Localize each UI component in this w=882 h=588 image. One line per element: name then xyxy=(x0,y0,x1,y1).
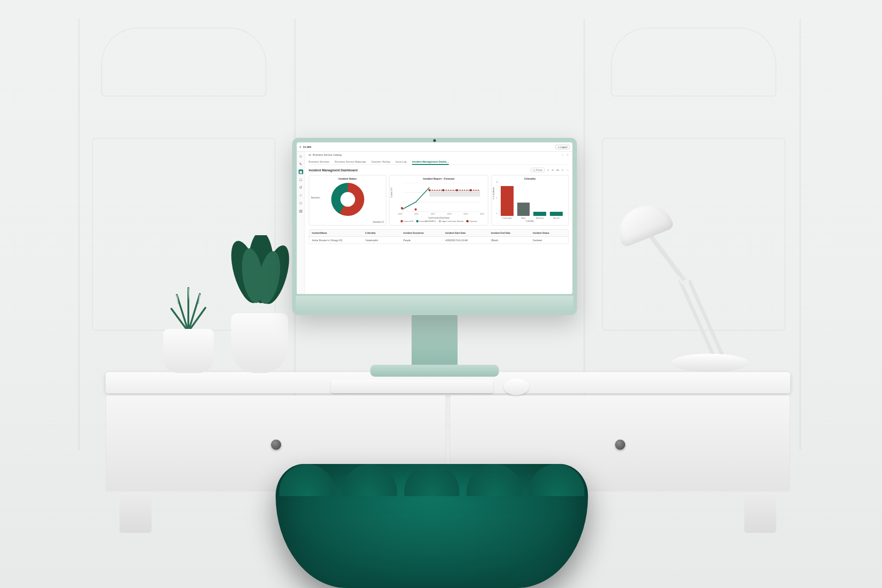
incidents-table: IncidentName Criticality Incident Scenar… xyxy=(309,229,569,244)
tabs: Business Services Business Service Mappi… xyxy=(309,159,569,165)
pencil-icon[interactable]: ✎ xyxy=(299,162,303,166)
donut-label-resolved: Resolved … xyxy=(311,197,322,199)
logout-label: Logout xyxy=(560,146,567,148)
svg-line-6 xyxy=(680,280,717,363)
svg-point-20 xyxy=(456,189,458,191)
avatar-icon[interactable]: ☺ xyxy=(299,154,303,158)
chair xyxy=(276,464,588,588)
col-start-date[interactable]: Incident Start Date xyxy=(442,230,488,236)
new-tab-icon[interactable]: ⎘ xyxy=(548,169,549,171)
x-axis-label: Criticality xyxy=(494,220,565,222)
monitor: ≡ CL360 ↪ Logout ☺ ✎ ▣ ☖ ↺ ☆ ♲ ▤ xyxy=(292,138,577,377)
tab-incident-dashboard[interactable]: Incident Management Dashb… xyxy=(412,159,449,164)
app-header: ≡ CL360 ↪ Logout xyxy=(297,142,572,152)
logout-icon: ↪ xyxy=(558,146,560,148)
breadcrumb-folder-icon: 🗀 xyxy=(309,153,311,156)
svg-marker-15 xyxy=(430,190,480,197)
card-criticality: Criticality # of Incidents 1050 Catastro… xyxy=(491,175,569,226)
tab-scenario-testing[interactable]: Scenario Testing xyxy=(372,159,390,164)
left-rail: ☺ ✎ ▣ ☖ ↺ ☆ ♲ ▤ xyxy=(297,152,305,294)
tab-business-service-mappings[interactable]: Business Service Mappings xyxy=(335,159,366,164)
logout-button[interactable]: ↪ Logout xyxy=(555,145,570,149)
card-forecast: Incident Report - Forecast Count of D xyxy=(389,175,488,226)
card-title: Incident Status xyxy=(312,177,383,180)
line-chart xyxy=(398,183,484,212)
chat-icon[interactable]: ✉ xyxy=(552,169,554,171)
server-icon[interactable]: ▤ xyxy=(299,209,303,213)
donut-label-declared: Declared (7) xyxy=(373,221,384,223)
chart-legend: Count of ID Linear(AEDIFMFC) Upper and L… xyxy=(392,220,485,222)
col-end-date[interactable]: Incident End Date xyxy=(488,230,530,236)
keyboard xyxy=(331,379,493,393)
trash-icon[interactable]: ♲ xyxy=(299,201,303,205)
svg-point-17 xyxy=(415,209,417,211)
app-screen: ≡ CL360 ↪ Logout ☺ ✎ ▣ ☖ ↺ ☆ ♲ ▤ xyxy=(297,142,572,294)
plant-big xyxy=(220,240,299,373)
hamburger-icon[interactable]: ≡ xyxy=(300,146,301,148)
y-axis-label: Count of D xyxy=(390,187,393,198)
kebab-icon[interactable]: ⋮ xyxy=(561,153,564,156)
mouse xyxy=(503,379,529,395)
donut-chart xyxy=(331,183,364,216)
card-title: Criticality xyxy=(494,177,565,180)
toolbar: ◫ Frame ⎘ ✉ Aa ✎ ⋯ xyxy=(531,168,569,172)
table-row[interactable]: Active Shooter in Chicago HQ Catastrophi… xyxy=(309,237,568,243)
breadcrumb[interactable]: Business Service Catalog xyxy=(313,153,342,156)
bar-chart: 1050 Catastrophic Major Moderate Minimal xyxy=(494,181,565,220)
x-axis-label: Year(IncidentStartDate) xyxy=(392,217,485,219)
plant-small xyxy=(156,281,220,373)
star-icon[interactable]: ☆ xyxy=(299,193,303,198)
webcam-icon xyxy=(433,139,436,142)
tab-issue-log[interactable]: Issue Log xyxy=(396,159,407,164)
edit-icon[interactable]: ✎ xyxy=(562,169,564,171)
bell-icon[interactable]: ☖ xyxy=(299,177,303,182)
col-criticality[interactable]: Criticality xyxy=(362,230,401,236)
more-icon[interactable]: ⋯ xyxy=(566,169,569,171)
col-scenarios[interactable]: Incident Scenarios xyxy=(401,230,442,236)
col-incident-name[interactable]: IncidentName xyxy=(309,230,362,236)
col-status[interactable]: Incident Status xyxy=(530,230,568,236)
frame-toggle[interactable]: ◫ Frame xyxy=(531,168,545,172)
history-icon[interactable]: ↺ xyxy=(299,185,303,190)
svg-point-16 xyxy=(401,207,403,209)
card-title: Incident Report - Forecast xyxy=(392,177,485,180)
svg-point-19 xyxy=(442,189,444,191)
desk-lamp xyxy=(611,198,749,372)
svg-point-21 xyxy=(470,189,472,191)
app-brand: CL360 xyxy=(303,146,311,148)
star-outline-icon[interactable]: ☆ xyxy=(566,153,569,156)
folder-icon[interactable]: ▣ xyxy=(299,170,303,174)
text-aa-icon[interactable]: Aa xyxy=(556,169,559,171)
page-title: Incident Managment Dashboard xyxy=(309,169,357,172)
svg-line-5 xyxy=(689,280,726,363)
tab-business-services[interactable]: Business Services xyxy=(309,159,329,164)
svg-point-18 xyxy=(429,189,431,192)
card-incident-status: Incident Status Resolved … Declared (7) xyxy=(309,175,386,226)
